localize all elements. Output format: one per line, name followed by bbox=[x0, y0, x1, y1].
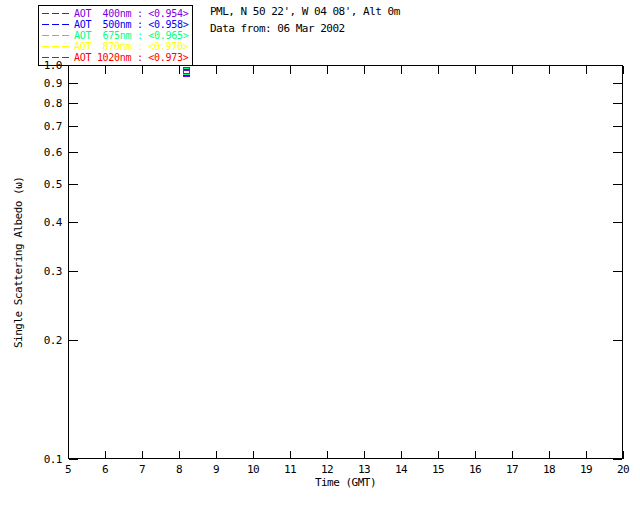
y-tick-label: 0.3 bbox=[32, 266, 62, 277]
x-tick-label: 10 bbox=[238, 464, 268, 475]
y-tick-label: 0.5 bbox=[32, 179, 62, 190]
x-axis-top-tick bbox=[216, 66, 217, 74]
y-axis-right-tick bbox=[613, 65, 622, 66]
x-axis-tick bbox=[253, 451, 254, 459]
x-axis-tick bbox=[68, 451, 69, 459]
y-axis-right-tick bbox=[613, 126, 622, 127]
legend-entry-aot-870nm: AOT 870nm : <0.970> bbox=[42, 41, 188, 52]
x-tick-label: 14 bbox=[386, 464, 416, 475]
y-axis-right-tick bbox=[613, 184, 622, 185]
x-axis-top-tick bbox=[253, 66, 254, 74]
legend-dash-sample-aot-870nm bbox=[42, 46, 69, 47]
y-axis-tick bbox=[69, 271, 78, 272]
x-tick-label: 20 bbox=[608, 464, 638, 475]
legend-entry-aot-1020nm: AOT 1020nm : <0.973> bbox=[42, 52, 188, 63]
x-axis-top-tick bbox=[586, 66, 587, 74]
x-axis-top-tick bbox=[68, 66, 69, 74]
y-axis-right-tick bbox=[613, 459, 622, 460]
y-axis-right-tick bbox=[613, 340, 622, 341]
legend-label-aot-500nm: AOT 500nm : <0.958> bbox=[74, 19, 188, 30]
legend-dash-sample-aot-500nm bbox=[42, 24, 69, 25]
x-axis-tick bbox=[216, 451, 217, 459]
legend-box: AOT 400nm : <0.954>AOT 500nm : <0.958>AO… bbox=[38, 5, 193, 66]
y-tick-label: 0.9 bbox=[32, 78, 62, 89]
x-axis-label: Time (GMT) bbox=[68, 477, 623, 489]
x-axis-top-tick bbox=[179, 66, 180, 74]
y-axis-right-tick bbox=[613, 83, 622, 84]
y-axis-right-tick bbox=[613, 152, 622, 153]
x-axis-top-tick bbox=[438, 66, 439, 74]
y-tick-label: 0.6 bbox=[32, 147, 62, 158]
y-axis-tick bbox=[69, 152, 78, 153]
x-axis-tick bbox=[586, 451, 587, 459]
y-axis-label: Single Scattering Albedo (ω) bbox=[12, 65, 25, 459]
x-axis-top-tick bbox=[364, 66, 365, 74]
x-axis-tick bbox=[142, 451, 143, 459]
x-tick-label: 9 bbox=[201, 464, 231, 475]
x-axis-top-tick bbox=[290, 66, 291, 74]
y-tick-label: 0.1 bbox=[32, 454, 62, 465]
y-tick-label: 0.2 bbox=[32, 335, 62, 346]
y-axis-tick bbox=[69, 459, 78, 460]
x-tick-label: 13 bbox=[349, 464, 379, 475]
x-axis-tick bbox=[327, 451, 328, 459]
x-tick-label: 7 bbox=[127, 464, 157, 475]
legend-label-aot-675nm: AOT 675nm : <0.965> bbox=[74, 30, 188, 41]
y-axis-tick bbox=[69, 184, 78, 185]
x-axis-top-tick bbox=[105, 66, 106, 74]
y-axis-tick bbox=[69, 126, 78, 127]
legend-label-aot-1020nm: AOT 1020nm : <0.973> bbox=[74, 52, 188, 63]
plot-frame bbox=[68, 65, 623, 459]
x-axis-top-tick bbox=[475, 66, 476, 74]
x-axis-tick bbox=[438, 451, 439, 459]
legend-entry-aot-400nm: AOT 400nm : <0.954> bbox=[42, 8, 188, 19]
x-axis-top-tick bbox=[549, 66, 550, 74]
x-axis-tick bbox=[401, 451, 402, 459]
x-tick-label: 19 bbox=[571, 464, 601, 475]
x-axis-top-tick bbox=[327, 66, 328, 74]
y-axis-tick bbox=[69, 83, 78, 84]
legend-entry-aot-675nm: AOT 675nm : <0.965> bbox=[42, 30, 188, 41]
y-axis-tick bbox=[69, 103, 78, 104]
y-axis-tick bbox=[69, 222, 78, 223]
x-tick-label: 18 bbox=[534, 464, 564, 475]
legend-dash-sample-aot-400nm bbox=[42, 13, 69, 14]
y-tick-label: 0.7 bbox=[32, 121, 62, 132]
x-axis-tick bbox=[475, 451, 476, 459]
y-axis-right-tick bbox=[613, 222, 622, 223]
x-axis-tick bbox=[179, 451, 180, 459]
legend-dash-sample-aot-1020nm bbox=[42, 57, 69, 58]
x-axis-top-tick bbox=[623, 66, 624, 74]
y-tick-label: 0.8 bbox=[32, 98, 62, 109]
legend-label-aot-870nm: AOT 870nm : <0.970> bbox=[74, 41, 188, 52]
x-axis-tick bbox=[512, 451, 513, 459]
data-marker-aot-1020nm bbox=[183, 67, 190, 74]
legend-entry-aot-500nm: AOT 500nm : <0.958> bbox=[42, 19, 188, 30]
legend-dash-sample-aot-675nm bbox=[42, 35, 69, 36]
x-axis-top-tick bbox=[142, 66, 143, 74]
x-axis-tick bbox=[623, 451, 624, 459]
plot-date-line: Data from: 06 Mar 2002 bbox=[210, 23, 345, 35]
x-axis-tick bbox=[364, 451, 365, 459]
x-tick-label: 6 bbox=[90, 464, 120, 475]
x-tick-label: 16 bbox=[460, 464, 490, 475]
y-axis-tick bbox=[69, 65, 78, 66]
x-axis-tick bbox=[105, 451, 106, 459]
x-tick-label: 17 bbox=[497, 464, 527, 475]
x-tick-label: 11 bbox=[275, 464, 305, 475]
y-tick-label: 0.4 bbox=[32, 217, 62, 228]
x-axis-top-tick bbox=[401, 66, 402, 74]
x-axis-top-tick bbox=[512, 66, 513, 74]
y-axis-right-tick bbox=[613, 271, 622, 272]
legend-label-aot-400nm: AOT 400nm : <0.954> bbox=[74, 8, 188, 19]
x-tick-label: 8 bbox=[164, 464, 194, 475]
x-tick-label: 15 bbox=[423, 464, 453, 475]
y-axis-tick bbox=[69, 340, 78, 341]
plot-window: AOT 400nm : <0.954>AOT 500nm : <0.958>AO… bbox=[0, 0, 640, 512]
y-tick-label: 1.0 bbox=[32, 60, 62, 71]
plot-title: PML, N 50 22', W 04 08', Alt 0m bbox=[210, 6, 400, 18]
x-axis-tick bbox=[549, 451, 550, 459]
x-tick-label: 12 bbox=[312, 464, 342, 475]
y-axis-right-tick bbox=[613, 103, 622, 104]
x-axis-tick bbox=[290, 451, 291, 459]
